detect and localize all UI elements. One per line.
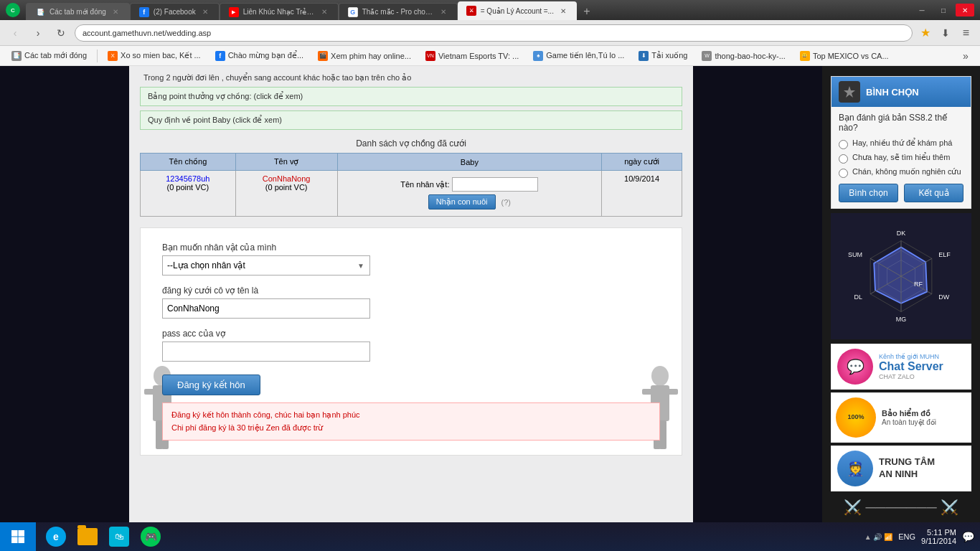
radio-option-2-label: Chưa hay, sẽ tìm hiểu thêm <box>852 153 950 162</box>
notifications-button[interactable]: 💬 <box>962 531 974 542</box>
chat-server-box[interactable]: 💬 Kênh thế giới MUHN Chat Server CHAT ZA… <box>831 344 971 390</box>
cell-ten-vo: ConNhaNong (0 point VC) <box>235 171 337 217</box>
bookmark-vietnam[interactable]: VN Vietnam Esports TV: ... <box>420 50 524 62</box>
col-ten-vo: Tên vợ <box>235 154 337 171</box>
tab-3-favicon: ▶ <box>229 7 239 17</box>
radio-option-1[interactable]: Hay, nhiều thứ để khám phá <box>839 138 963 149</box>
radio-option-1-input[interactable] <box>839 140 848 149</box>
character-select[interactable]: --Lựa chọn nhân vật BK SM ELF MG DL SUM … <box>162 255 370 276</box>
bookmark-xoso-favicon: X <box>108 51 118 61</box>
binh-chon-result-button[interactable]: Kết quả <box>904 184 963 202</box>
bookmark-game[interactable]: ♠ Game tiến lên,Tú lo ... <box>527 50 630 62</box>
sword-decoration: ⚔️ ─────── ⚔️ <box>832 499 970 516</box>
chat-icon: 💬 <box>837 349 873 385</box>
bookmark-chao-favicon: f <box>215 51 225 61</box>
tab-5-label: = Quản Lý Account =... <box>481 7 554 15</box>
success-line1: Đăng ký kết hôn thành công, chúc hai bạn… <box>171 409 651 422</box>
title-bar: C 📑 Các tab mới đóng ✕ f (2) Facebook ✕ … <box>0 0 980 20</box>
taskbar-green-button[interactable]: 🎮 <box>136 524 165 550</box>
binh-chon-vote-button[interactable]: Bình chọn <box>839 184 898 202</box>
cell-ten-chong: 12345678uh (0 point VC) <box>141 171 236 217</box>
taskbar-date-display: 9/11/2014 <box>921 537 956 545</box>
bookmark-vietnam-favicon: VN <box>425 51 435 61</box>
tab-3-close[interactable]: ✕ <box>319 7 329 17</box>
chat-server-title: Chat Server <box>879 360 965 373</box>
download-button[interactable]: ⬇ <box>937 24 954 42</box>
bookmark-mexico[interactable]: 😀 Top MEXICO vs CA... <box>794 50 895 62</box>
radio-option-3[interactable]: Chán, không muốn nghiên cứu <box>839 167 963 178</box>
tab-4[interactable]: G Thắc mắc - Pro cho mình... ✕ <box>339 3 458 20</box>
pass-input[interactable] <box>162 342 370 362</box>
character-label: Bạn muốn nhân vật của mình <box>162 242 660 253</box>
tab-5-close[interactable]: ✕ <box>558 6 568 16</box>
cell-ngay-cuoi: 10/9/2014 <box>602 171 682 217</box>
maximize-button[interactable]: □ <box>934 4 953 17</box>
address-text: account.gamethuvn.net/wedding.asp <box>83 29 211 37</box>
wife-label: đăng ký cưới cô vợ tên là <box>162 286 660 296</box>
system-tray-icons: ▲ 🔊 📶 <box>864 533 892 541</box>
bao-hiem-icon: 100% <box>836 397 876 438</box>
refresh-button[interactable]: ↻ <box>52 24 70 42</box>
wife-name-input[interactable] <box>162 298 370 319</box>
trung-tam-icon: 👮 <box>837 451 873 486</box>
tab-1[interactable]: 📑 Các tab mới đóng ✕ <box>26 3 130 20</box>
bookmark-thongbao-label: thong-bao-hoc-ky-... <box>715 52 785 60</box>
radio-option-3-input[interactable] <box>839 169 848 178</box>
spider-label-mg: MG <box>896 316 907 323</box>
bookmark-xoso[interactable]: X Xo so mien bac, Kết ... <box>102 50 207 62</box>
bookmark-tabs[interactable]: 📑 Các tab mới đóng <box>6 50 93 62</box>
link-ten-vo[interactable]: ConNhaNong <box>263 174 311 183</box>
trung-tam-box[interactable]: 👮 TRUNG TÂM AN NINH <box>831 446 971 491</box>
character-select-wrapper: --Lựa chọn nhân vật BK SM ELF MG DL SUM … <box>162 255 370 276</box>
bookmarks-more-button[interactable]: » <box>957 47 974 65</box>
forward-button[interactable]: › <box>29 24 47 42</box>
radio-option-2-input[interactable] <box>839 154 848 164</box>
start-button[interactable] <box>0 522 36 551</box>
bookmark-separator-1 <box>97 50 98 62</box>
minimize-button[interactable]: ─ <box>913 4 931 17</box>
bookmark-chao[interactable]: f Chào mừng bạn để... <box>209 50 309 62</box>
quy-dinh-box[interactable]: Quy định về point Baby (click để xem) <box>140 110 682 130</box>
close-button[interactable]: ✕ <box>956 4 974 17</box>
dang-ky-ket-hon-button[interactable]: Đăng ký kết hôn <box>162 375 260 395</box>
spider-label-dw: DW <box>938 293 949 301</box>
trung-tam-title: TRUNG TÂM <box>879 456 935 468</box>
back-button[interactable]: ‹ <box>6 24 24 42</box>
tab-2[interactable]: f (2) Facebook ✕ <box>130 3 220 20</box>
baby-name-input[interactable] <box>452 177 538 192</box>
baby-input-row: Tên nhân vật: <box>400 177 538 192</box>
binh-chon-buttons: Bình chọn Kết quả <box>839 184 963 202</box>
radio-option-2[interactable]: Chưa hay, sẽ tìm hiểu thêm <box>839 153 963 164</box>
tab-2-close[interactable]: ✕ <box>200 7 210 17</box>
bao-hiem-box[interactable]: 100% Bảo hiểm đồ An toàn tuyệt đối <box>831 392 971 443</box>
bang-point-box[interactable]: Bảng point thưởng vợ chồng: (click để xe… <box>140 87 682 106</box>
tab-5[interactable]: ⚔ = Quản Lý Account =... ✕ <box>458 1 577 20</box>
tab-1-close[interactable]: ✕ <box>110 7 121 17</box>
taskbar-ie-button[interactable]: e <box>42 524 70 550</box>
link-ten-chong[interactable]: 12345678uh <box>166 174 209 183</box>
bao-hiem-circle: 100% <box>836 397 876 438</box>
nhan-con-nuoi-button[interactable]: Nhận con nuôi <box>428 194 496 209</box>
bookmark-tai[interactable]: ⬇ Tải xuống <box>633 50 693 62</box>
taskbar-items: e 🛍 🎮 <box>36 524 171 550</box>
bookmark-star-button[interactable]: ★ <box>917 24 934 42</box>
binh-chon-question: Bạn đánh giá bản SS8.2 thế nào? <box>839 113 963 133</box>
address-bar[interactable]: account.gamethuvn.net/wedding.asp <box>75 24 913 42</box>
new-tab-button[interactable]: + <box>577 3 597 20</box>
chat-server-subtitle: CHAT ZALO <box>879 373 965 380</box>
svg-rect-26 <box>19 537 25 544</box>
window-controls: ─ □ ✕ <box>913 4 974 17</box>
spider-label-dl: DL <box>854 293 862 301</box>
bookmark-phim[interactable]: 🎬 Xem phim hay online... <box>312 50 417 62</box>
taskbar-store-button[interactable]: 🛍 <box>105 524 133 550</box>
tab-3[interactable]: ▶ Liên Khúc Nhạc Trẻ Re... ✕ <box>220 3 339 20</box>
menu-button[interactable]: ≡ <box>957 24 974 42</box>
bookmark-phim-label: Xem phim hay online... <box>331 52 411 60</box>
tab-4-close[interactable]: ✕ <box>438 7 448 17</box>
success-line2: Chi phí đăng ký là 30 triệu Zen đã được … <box>171 422 651 435</box>
tab-3-label: Liên Khúc Nhạc Trẻ Re... <box>243 8 315 16</box>
taskbar-folder-button[interactable] <box>73 524 102 550</box>
bookmark-thongbao[interactable]: W thong-bao-hoc-ky-... <box>696 50 791 62</box>
chong-point: (0 point VC) <box>166 183 209 192</box>
success-message: Đăng ký kết hôn thành công, chúc hai bạn… <box>162 402 660 441</box>
